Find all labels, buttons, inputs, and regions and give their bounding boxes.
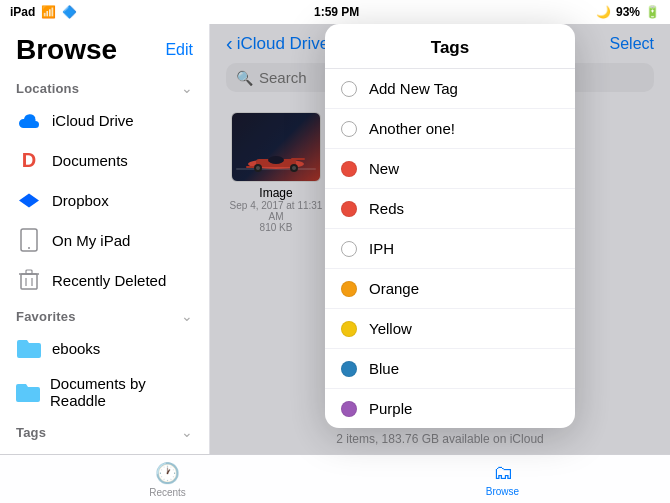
- tags-popup-item-orange[interactable]: Orange: [325, 269, 575, 309]
- dropbox-icon: [16, 187, 42, 213]
- favorites-section-header: Favorites ⌄: [0, 300, 209, 328]
- sidebar-item-ebooks[interactable]: ebooks: [0, 328, 209, 368]
- tags-popup-item-blue[interactable]: Blue: [325, 349, 575, 389]
- blue-popup-label: Blue: [369, 360, 399, 377]
- add-new-tag-icon: [341, 81, 357, 97]
- ebooks-folder-icon: [16, 335, 42, 361]
- wifi-icon: 📶: [41, 5, 56, 19]
- tags-popup-item-another-one[interactable]: Another one!: [325, 109, 575, 149]
- sidebar-item-on-my-ipad[interactable]: On My iPad: [0, 220, 209, 260]
- browse-icon: 🗂: [493, 461, 513, 484]
- recents-icon: 🕐: [155, 461, 180, 485]
- ebooks-label: ebooks: [52, 340, 100, 357]
- sidebar-item-dropbox[interactable]: Dropbox: [0, 180, 209, 220]
- tags-popup-item-add-new-tag[interactable]: Add New Tag: [325, 69, 575, 109]
- tab-browse[interactable]: 🗂 Browse: [335, 461, 670, 497]
- another-one-popup-label: Another one!: [369, 120, 455, 137]
- orange-popup-label: Orange: [369, 280, 419, 297]
- tab-bar: 🕐 Recents 🗂 Browse: [0, 454, 670, 503]
- svg-rect-2: [21, 274, 37, 289]
- on-my-ipad-label: On My iPad: [52, 232, 130, 249]
- orange-popup-dot-icon: [341, 281, 357, 297]
- status-left: iPad 📶 🔷: [10, 5, 77, 19]
- moon-icon: 🌙: [596, 5, 611, 19]
- tags-popup-item-new[interactable]: New: [325, 149, 575, 189]
- documents-by-readdle-label: Documents by Readdle: [50, 375, 193, 409]
- status-ipad-label: iPad: [10, 5, 35, 19]
- yellow-popup-label: Yellow: [369, 320, 412, 337]
- sidebar-item-icloud-drive[interactable]: iCloud Drive: [0, 100, 209, 140]
- favorites-label: Favorites: [16, 309, 76, 324]
- documents-icon: D: [16, 147, 42, 173]
- tags-section-header: Tags ⌄: [0, 416, 209, 444]
- blue-popup-dot-icon: [341, 361, 357, 377]
- svg-point-1: [28, 247, 30, 249]
- purple-popup-dot-icon: [341, 401, 357, 417]
- another-one-tag-icon: [16, 451, 42, 454]
- tags-popup-item-reds[interactable]: Reds: [325, 189, 575, 229]
- tags-popup-item-purple[interactable]: Purple: [325, 389, 575, 428]
- icloud-drive-label: iCloud Drive: [52, 112, 134, 129]
- status-right: 🌙 93% 🔋: [596, 5, 660, 19]
- locations-label: Locations: [16, 81, 79, 96]
- status-bar: iPad 📶 🔷 1:59 PM 🌙 93% 🔋: [0, 0, 670, 24]
- bluetooth-icon: 🔷: [62, 5, 77, 19]
- iph-popup-icon: [341, 241, 357, 257]
- iph-popup-label: IPH: [369, 240, 394, 257]
- documents-label: Documents: [52, 152, 128, 169]
- battery-icon: 🔋: [645, 5, 660, 19]
- locations-chevron-icon[interactable]: ⌄: [181, 80, 193, 96]
- tab-recents[interactable]: 🕐 Recents: [0, 461, 335, 498]
- yellow-popup-dot-icon: [341, 321, 357, 337]
- sidebar-item-documents-by-readdle[interactable]: Documents by Readdle: [0, 368, 209, 416]
- sidebar: Browse Edit Locations ⌄ iCloud Drive D D…: [0, 24, 210, 454]
- another-one-popup-icon: [341, 121, 357, 137]
- status-time: 1:59 PM: [314, 5, 359, 19]
- sidebar-item-documents[interactable]: D Documents: [0, 140, 209, 180]
- sidebar-item-another-one[interactable]: Another one!: [0, 444, 209, 454]
- battery-label: 93%: [616, 5, 640, 19]
- favorites-chevron-icon[interactable]: ⌄: [181, 308, 193, 324]
- add-new-tag-label: Add New Tag: [369, 80, 458, 97]
- dropbox-label: Dropbox: [52, 192, 109, 209]
- tags-popup: Tags Add New Tag Another one! New Reds I…: [325, 24, 575, 428]
- recents-label: Recents: [149, 487, 186, 498]
- sidebar-item-recently-deleted[interactable]: Recently Deleted: [0, 260, 209, 300]
- documents-by-readdle-folder-icon: [16, 379, 40, 405]
- ipad-icon: [16, 227, 42, 253]
- icloud-drive-icon: [16, 107, 42, 133]
- purple-popup-label: Purple: [369, 400, 412, 417]
- locations-section-header: Locations ⌄: [0, 72, 209, 100]
- browse-label: Browse: [486, 486, 519, 497]
- tags-popup-item-yellow[interactable]: Yellow: [325, 309, 575, 349]
- tags-popup-title: Tags: [325, 24, 575, 69]
- tags-label: Tags: [16, 425, 46, 440]
- new-popup-dot-icon: [341, 161, 357, 177]
- reds-popup-dot-icon: [341, 201, 357, 217]
- sidebar-title: Browse: [16, 34, 117, 66]
- recently-deleted-icon: [16, 267, 42, 293]
- tags-chevron-icon[interactable]: ⌄: [181, 424, 193, 440]
- sidebar-header: Browse Edit: [0, 24, 209, 72]
- edit-button[interactable]: Edit: [165, 41, 193, 59]
- reds-popup-label: Reds: [369, 200, 404, 217]
- recently-deleted-label: Recently Deleted: [52, 272, 166, 289]
- new-popup-label: New: [369, 160, 399, 177]
- tags-popup-item-iph[interactable]: IPH: [325, 229, 575, 269]
